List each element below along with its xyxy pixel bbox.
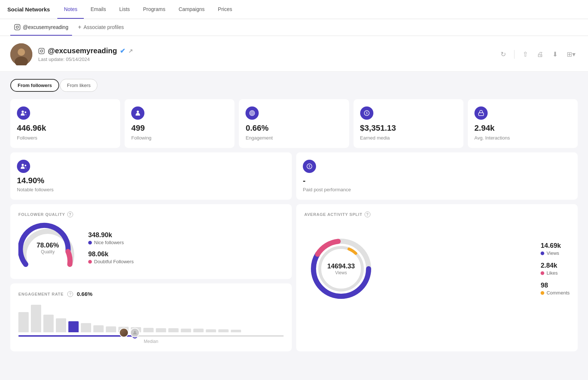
instagram-icon-profile [38,48,45,54]
bar-12 [168,328,179,332]
left-panels: FOLLOWER QUALITY ? [10,204,292,351]
slider-track [18,335,284,337]
share-button[interactable]: ⇧ [520,48,530,61]
tab-emails[interactable]: Emails [84,0,112,19]
nice-followers-label: Nice followers [88,240,134,245]
bar-11 [156,328,166,332]
bar-14 [193,329,204,332]
quality-label: Quality [36,249,59,254]
stat-following: 499 Following [125,99,234,148]
tab-campaigns[interactable]: Campaigns [172,0,211,19]
median-label: Median [18,339,284,344]
avatar [10,43,32,65]
bar-15 [206,329,216,332]
avg-interactions-value: 2.94k [474,123,571,133]
bar-2 [43,315,54,332]
refresh-button[interactable]: ↻ [498,48,508,61]
doubtful-dot [88,260,92,264]
comments-legend-item: 98 Comments [541,282,570,296]
following-icon [131,106,144,120]
divider [514,50,514,59]
likes-label: Likes [541,270,570,276]
tab-notes[interactable]: Notes [57,0,84,19]
bottom-panels: FOLLOWER QUALITY ? [10,204,578,351]
doubtful-followers-value: 98.06k [88,250,134,258]
svg-text:$: $ [366,112,368,115]
stat-earned-media: $ $3,351.13 Earned media [354,99,463,148]
profile-header-left: @excusemyreading ✔ ↗ Last update: 05/14/… [10,43,133,65]
print-button[interactable]: 🖨 [535,48,546,61]
views-legend-item: 14.69k Views [541,242,570,256]
add-button[interactable]: ⊞▾ [564,48,578,61]
associate-profiles-button[interactable]: + Associate profiles [72,19,130,36]
svg-point-7 [40,50,43,52]
engagement-rate-title: ENGAGEMENT RATE [18,292,64,296]
bar-7 [106,326,116,332]
username-text: @excusemyreading [48,47,117,55]
average-activity-info[interactable]: ? [365,211,370,217]
external-link-icon[interactable]: ↗ [128,48,133,54]
bar-16 [218,329,229,332]
bar-5 [81,323,91,332]
likes-value: 2.84k [541,262,570,269]
activity-legend: 14.69k Views 2.84k Likes [541,242,570,296]
nice-followers-item: 348.90k Nice followers [88,231,134,245]
paid-post-icon: $ [303,160,316,173]
svg-point-4 [18,48,25,56]
nice-dot [88,241,92,245]
avatar-image [10,43,32,65]
plus-icon: + [78,24,81,30]
average-activity-content: 14694.33 Views 14.69k Views 2.84k [304,232,570,305]
activity-donut-label: 14694.33 Views [327,263,355,275]
stat-paid-post: $ - Paid post performance [296,152,578,200]
activity-donut: 14694.33 Views [304,232,378,305]
brand-label: Social Networks [7,6,50,12]
earned-media-label: Earned media [360,135,457,141]
svg-point-10 [25,112,26,113]
followers-value: 446.96k [17,123,114,133]
engagement-slider [18,335,284,337]
secondary-stats: 14.90% Notable followers $ - Paid post p… [10,152,578,200]
engagement-rate-value: 0.66% [77,291,93,297]
last-update: Last update: 05/14/2024 [38,57,133,62]
svg-point-9 [22,111,24,113]
verified-icon: ✔ [120,47,125,55]
bar-6 [93,325,104,332]
profile-header: @excusemyreading ✔ ↗ Last update: 05/14/… [0,36,588,72]
bar-3 [56,318,66,332]
download-button[interactable]: ⬇ [550,48,560,61]
likes-legend-item: 2.84k Likes [541,262,570,276]
svg-text:$: $ [309,165,311,168]
follower-quality-title: FOLLOWER QUALITY ? [18,211,284,217]
average-activity-title: AVERAGE ACTIVITY SPLIT ? [304,211,570,217]
doubtful-followers-label: Doubtful Followers [88,259,134,264]
doubtful-followers-item: 98.06k Doubtful Followers [88,250,134,264]
top-tabs: Notes Emails Lists Programs Campaigns Pr… [57,0,239,19]
engagement-label: Engagement [245,135,342,141]
tab-programs[interactable]: Programs [136,0,172,19]
from-followers-btn[interactable]: From followers [10,79,59,92]
stat-notable-followers: 14.90% Notable followers [10,152,292,200]
likes-dot [541,271,544,275]
main-content: From followers From likers 446.96k Follo… [0,72,588,359]
earned-media-icon: $ [360,106,373,120]
svg-point-19 [25,165,26,167]
bar-17 [231,330,241,332]
svg-point-14 [252,113,253,113]
comments-dot [541,291,544,295]
following-label: Following [131,135,228,141]
tab-lists[interactable]: Lists [112,0,136,19]
engagement-rate-panel: ENGAGEMENT RATE ? 0.66% [10,283,292,351]
from-likers-btn[interactable]: From likers [60,79,97,92]
quality-percent: 78.06% [36,242,59,249]
views-label: Views [541,250,570,256]
activity-center-label: Views [327,270,355,275]
profile-tab-excusemyreading[interactable]: @excusemyreading [10,19,72,36]
tab-prices[interactable]: Prices [211,0,239,19]
associate-label: Associate profiles [83,24,124,30]
notable-followers-value: 14.90% [17,176,285,185]
engagement-rate-header: ENGAGEMENT RATE ? 0.66% [18,291,284,297]
follower-quality-info[interactable]: ? [67,211,73,217]
sub-navigation: @excusemyreading + Associate profiles [0,19,588,36]
engagement-rate-info[interactable]: ? [67,291,73,297]
